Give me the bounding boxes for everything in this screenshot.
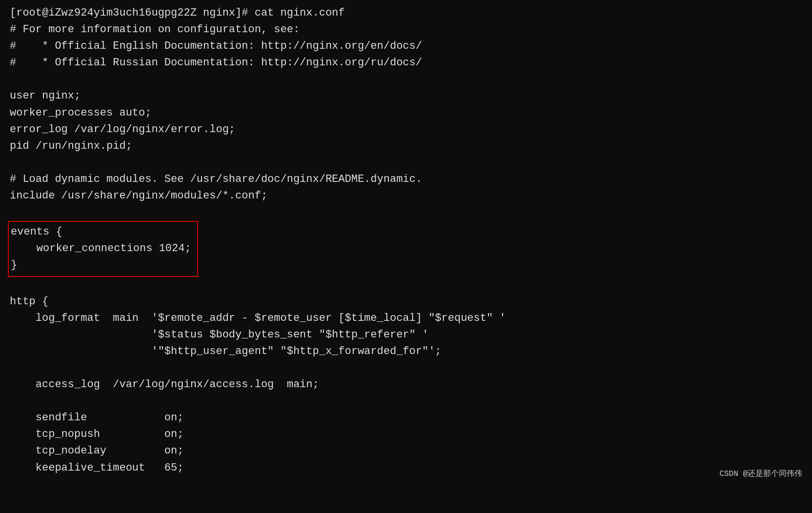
log-format-line-3: '"$http_user_agent" "$http_x_forwarded_f… <box>10 343 802 360</box>
comment-load-modules: # Load dynamic modules. See /usr/share/d… <box>10 171 802 188</box>
comment-line-3: # * Official Russian Documentation: http… <box>10 55 802 71</box>
comment-line-1: # For more information on configuration,… <box>10 21 802 38</box>
blank-6 <box>10 393 802 410</box>
worker-processes-line: worker_processes auto; <box>10 105 802 121</box>
http-open: http { <box>10 294 802 310</box>
events-worker-connections: worker_connections 1024; <box>11 240 191 257</box>
terminal-window: [root@iZwz924yim3uch16ugpg22Z nginx]# ca… <box>0 0 812 486</box>
blank-1 <box>10 71 802 88</box>
events-block: events { worker_connections 1024; } <box>8 221 198 276</box>
sendfile-line: sendfile on; <box>10 410 802 426</box>
keepalive-timeout-line: keepalive_timeout 65; <box>10 460 802 476</box>
tcp-nopush-line: tcp_nopush on; <box>10 426 802 443</box>
watermark: CSDN @还是那个同伟伟 <box>719 468 802 480</box>
prompt-line: [root@iZwz924yim3uch16ugpg22Z nginx]# ca… <box>10 5 802 21</box>
tcp-nodelay-line: tcp_nodelay on; <box>10 443 802 459</box>
access-log-section: access_log /var/log/nginx/access.log mai… <box>10 376 802 476</box>
include-line: include /usr/share/nginx/modules/*.conf; <box>10 188 802 204</box>
events-close: } <box>11 257 191 274</box>
user-line: user nginx; <box>10 88 802 104</box>
blank-4 <box>10 277 802 294</box>
log-format-line-2: '$status $body_bytes_sent "$http_referer… <box>10 327 802 343</box>
comment-line-2: # * Official English Documentation: http… <box>10 38 802 55</box>
blank-2 <box>10 155 802 171</box>
blank-3 <box>10 204 802 221</box>
access-log-line: access_log /var/log/nginx/access.log mai… <box>10 376 802 393</box>
log-format-line-1: log_format main '$remote_addr - $remote_… <box>10 310 802 327</box>
events-open: events { <box>11 224 191 240</box>
error-log-line: error_log /var/log/nginx/error.log; <box>10 121 802 138</box>
pid-line: pid /run/nginx.pid; <box>10 138 802 155</box>
blank-5 <box>10 360 802 376</box>
